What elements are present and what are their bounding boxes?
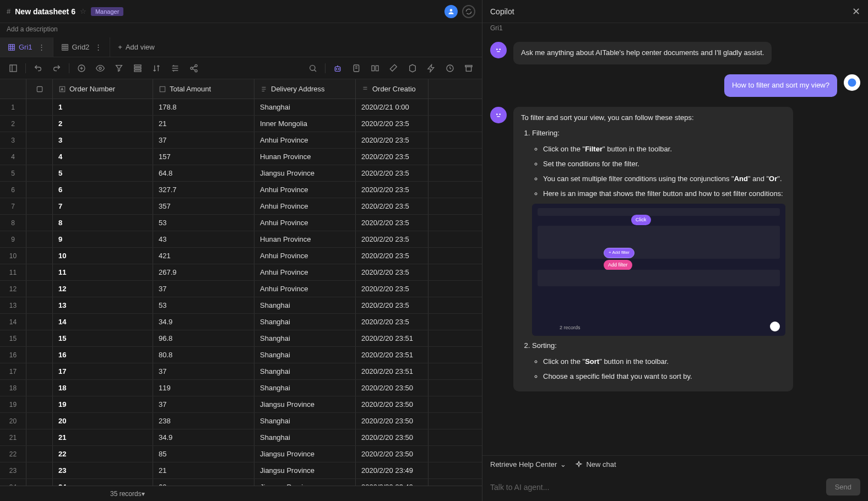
cell-total-amount[interactable]: 53 (153, 297, 254, 313)
table-row[interactable]: 6 6 327.7 Anhui Province 2020/2/20 23:5 (0, 182, 482, 198)
cell-order-creation[interactable]: 2020/2/20 23:50 (356, 396, 428, 412)
favorite-icon[interactable]: ☆ (80, 7, 86, 15)
row-checkbox[interactable] (26, 165, 53, 181)
cell-delivery-address[interactable]: Jiangsu Province (254, 479, 356, 486)
cell-order-number[interactable]: 9 (53, 231, 153, 247)
table-row[interactable]: 13 13 53 Shanghai 2020/2/20 23:5 (0, 297, 482, 314)
cell-total-amount[interactable]: 21 (153, 462, 254, 478)
cell-delivery-address[interactable]: Shanghai (254, 297, 356, 313)
cell-delivery-address[interactable]: Jiangsu Province (254, 165, 356, 181)
share-icon[interactable] (185, 59, 203, 77)
cell-delivery-address[interactable]: Anhui Province (254, 182, 356, 198)
cell-total-amount[interactable]: 37 (153, 363, 254, 379)
table-row[interactable]: 1 1 178.8 Shanghai 2020/2/21 0:00 (0, 99, 482, 116)
cell-delivery-address[interactable]: Anhui Province (254, 281, 356, 297)
row-checkbox[interactable] (26, 132, 53, 148)
cell-order-number[interactable]: 24 (53, 479, 153, 486)
cell-delivery-address[interactable]: Shanghai (254, 99, 356, 115)
cell-delivery-address[interactable]: Anhui Province (254, 198, 356, 214)
search-icon[interactable] (304, 59, 322, 77)
cell-total-amount[interactable]: 267.9 (153, 264, 254, 280)
cell-delivery-address[interactable]: Anhui Province (254, 264, 356, 280)
cell-delivery-address[interactable]: Shanghai (254, 330, 356, 346)
cell-order-number[interactable]: 5 (53, 165, 153, 181)
row-checkbox[interactable] (26, 446, 53, 462)
cell-total-amount[interactable]: 37 (153, 132, 254, 148)
row-checkbox[interactable] (26, 413, 53, 429)
cell-order-creation[interactable]: 2020/2/20 23:51 (356, 347, 428, 363)
row-checkbox[interactable] (26, 182, 53, 198)
collapse-icon[interactable] (4, 59, 22, 77)
cell-total-amount[interactable]: 34.9 (153, 314, 254, 330)
cell-order-creation[interactable]: 2020/2/20 23:5 (356, 165, 428, 181)
cell-delivery-address[interactable]: Jiangsu Province (254, 446, 356, 462)
cell-order-number[interactable]: 18 (53, 380, 153, 396)
record-count[interactable]: 35 records (110, 490, 142, 498)
table-row[interactable]: 23 23 21 Jiangsu Province 2020/2/20 23:4… (0, 462, 482, 479)
cell-total-amount[interactable]: 64.8 (153, 165, 254, 181)
cell-total-amount[interactable]: 238 (153, 413, 254, 429)
table-row[interactable]: 4 4 157 Hunan Province 2020/2/20 23:5 (0, 149, 482, 165)
redo-icon[interactable] (48, 59, 66, 77)
select-all-checkbox[interactable] (26, 79, 53, 99)
cell-delivery-address[interactable]: Jiangsu Province (254, 462, 356, 478)
column-header-order-creation[interactable]: Order Creatio (356, 79, 428, 99)
row-checkbox[interactable] (26, 248, 53, 264)
view-tab-gri1[interactable]: Gri1 ⋮ (0, 37, 53, 57)
cell-total-amount[interactable]: 37 (153, 396, 254, 412)
table-row[interactable]: 12 12 37 Anhui Province 2020/2/20 23:5 (0, 281, 482, 297)
cell-delivery-address[interactable]: Anhui Province (254, 248, 356, 264)
sync-icon[interactable] (462, 5, 475, 18)
chat-input[interactable] (490, 483, 821, 492)
cell-order-number[interactable]: 19 (53, 396, 153, 412)
cell-delivery-address[interactable]: Inner Mongolia (254, 116, 356, 132)
row-checkbox[interactable] (26, 297, 53, 313)
new-chat-button[interactable]: New chat (575, 460, 616, 469)
send-button[interactable]: Send (826, 478, 860, 495)
cell-total-amount[interactable]: 85 (153, 446, 254, 462)
cell-order-number[interactable]: 21 (53, 429, 153, 445)
table-row[interactable]: 15 15 96.8 Shanghai 2020/2/20 23:51 (0, 330, 482, 347)
cell-order-creation[interactable]: 2020/2/20 23:5 (356, 182, 428, 198)
cell-delivery-address[interactable]: Jiangsu Province (254, 396, 356, 412)
cell-order-number[interactable]: 11 (53, 264, 153, 280)
row-checkbox[interactable] (26, 281, 53, 297)
cell-order-number[interactable]: 17 (53, 363, 153, 379)
cell-order-creation[interactable]: 2020/2/20 23:5 (356, 231, 428, 247)
cell-order-creation[interactable]: 2020/2/20 23:5 (356, 297, 428, 313)
cell-total-amount[interactable]: 69 (153, 479, 254, 486)
cell-order-creation[interactable]: 2020/2/20 23:5 (356, 132, 428, 148)
cell-total-amount[interactable]: 80.8 (153, 347, 254, 363)
sort-icon[interactable] (148, 59, 165, 77)
cell-delivery-address[interactable]: Shanghai (254, 347, 356, 363)
table-row[interactable]: 17 17 37 Shanghai 2020/2/20 23:51 (0, 363, 482, 380)
row-checkbox[interactable] (26, 347, 53, 363)
cell-order-creation[interactable]: 2020/2/20 23:5 (356, 215, 428, 231)
cell-order-number[interactable]: 14 (53, 314, 153, 330)
cell-order-number[interactable]: 10 (53, 248, 153, 264)
cell-order-creation[interactable]: 2020/2/20 23:50 (356, 413, 428, 429)
table-row[interactable]: 5 5 64.8 Jiangsu Province 2020/2/20 23:5 (0, 165, 482, 182)
cell-order-creation[interactable]: 2020/2/21 0:00 (356, 99, 428, 115)
table-row[interactable]: 11 11 267.9 Anhui Province 2020/2/20 23:… (0, 264, 482, 281)
cell-order-creation[interactable]: 2020/2/20 23:50 (356, 380, 428, 396)
table-row[interactable]: 18 18 119 Shanghai 2020/2/20 23:50 (0, 380, 482, 396)
row-checkbox[interactable] (26, 429, 53, 445)
filter-icon[interactable] (110, 59, 128, 77)
cell-order-creation[interactable]: 2020/2/20 23:49 (356, 479, 428, 486)
cell-order-number[interactable]: 15 (53, 330, 153, 346)
cell-delivery-address[interactable]: Shanghai (254, 314, 356, 330)
table-row[interactable]: 20 20 238 Shanghai 2020/2/20 23:50 (0, 413, 482, 429)
group-icon[interactable] (129, 59, 147, 77)
table-row[interactable]: 22 22 85 Jiangsu Province 2020/2/20 23:5… (0, 446, 482, 462)
cell-order-creation[interactable]: 2020/2/20 23:51 (356, 363, 428, 379)
hide-fields-icon[interactable] (91, 59, 109, 77)
cell-total-amount[interactable]: 157 (153, 149, 254, 165)
row-checkbox[interactable] (26, 363, 53, 379)
cell-total-amount[interactable]: 21 (153, 116, 254, 132)
row-checkbox[interactable] (26, 99, 53, 115)
cell-delivery-address[interactable]: Anhui Province (254, 132, 356, 148)
row-checkbox[interactable] (26, 330, 53, 346)
cell-order-number[interactable]: 1 (53, 99, 153, 115)
cell-total-amount[interactable]: 34.9 (153, 429, 254, 445)
